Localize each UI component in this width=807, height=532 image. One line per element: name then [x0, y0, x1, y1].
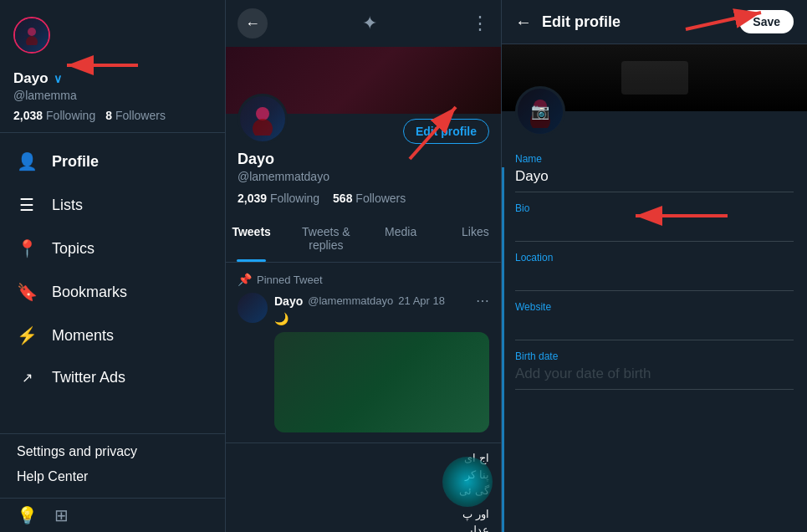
website-field: Website [515, 294, 794, 340]
sidebar-name[interactable]: Dayo ∨ [13, 70, 212, 87]
birth-date-label: Birth date [515, 350, 794, 362]
profile-picture[interactable] [238, 94, 288, 144]
profile-section: Edit profile Dayo @lamemmatdayo 2,039 Fo… [226, 114, 501, 215]
pinned-label: 📌 Pinned Tweet [238, 273, 489, 286]
svg-point-3 [253, 119, 273, 136]
sidebar-header [0, 7, 225, 64]
name-label: Name [515, 153, 794, 165]
sidebar-footer: Settings and privacy Help Center [0, 433, 225, 498]
camera-icon: 📷 [518, 89, 563, 134]
bio-label: Bio [515, 202, 794, 214]
edit-panel-accent-bar [502, 167, 504, 532]
list-icon: ☰ [17, 195, 37, 215]
sidebar-item-moments[interactable]: ⚡ Moments [0, 314, 225, 357]
svg-point-0 [28, 28, 36, 36]
profile-pic-area: Edit profile [238, 94, 489, 144]
sidebar-item-profile[interactable]: 👤 Profile [0, 140, 225, 183]
tab-likes[interactable]: Likes [438, 215, 502, 262]
profile-stats: 2,039 Following 568 Followers [238, 192, 489, 205]
bookmark-icon: 🔖 [17, 282, 37, 302]
location-field: Location [515, 245, 794, 291]
bio-input[interactable] [515, 217, 794, 234]
profile-handle: @lamemmatdayo [238, 170, 489, 183]
sparkle-icon: ✦ [362, 13, 377, 34]
sidebar-user-info: Dayo ∨ @lamemma [0, 64, 225, 105]
edit-avatar-section: 📷 [502, 111, 807, 146]
pin-icon: 📍 [17, 238, 37, 258]
edit-profile-title: Edit profile [542, 13, 621, 31]
lightning-icon: ⚡ [17, 325, 37, 345]
avatar[interactable] [13, 17, 50, 54]
website-label: Website [515, 301, 794, 313]
edit-profile-header: ← Edit profile Save [502, 0, 807, 44]
svg-point-1 [26, 36, 38, 45]
teal-circle-decoration [442, 457, 493, 507]
bio-field: Bio [515, 196, 794, 242]
profile-name: Dayo [238, 151, 489, 168]
birth-date-field: Birth date Add your date of birth [515, 344, 794, 390]
tab-tweets[interactable]: Tweets [226, 215, 289, 262]
tweet-image [274, 332, 489, 432]
settings-privacy-link[interactable]: Settings and privacy [17, 444, 208, 459]
back-button[interactable]: ← [238, 8, 268, 38]
sidebar-item-topics[interactable]: 📍 Topics [0, 227, 225, 270]
more-options-icon[interactable]: ⋮ [471, 13, 489, 34]
save-button[interactable]: Save [739, 10, 794, 33]
edit-avatar-area: 📷 [515, 86, 794, 136]
sidebar-item-lists[interactable]: ☰ Lists [0, 183, 225, 227]
chevron-down-icon: ∨ [54, 72, 62, 85]
edit-avatar[interactable]: 📷 [515, 86, 565, 136]
sidebar-stats: 2,038 Following 8 Followers [0, 105, 225, 132]
name-field: Name [515, 146, 794, 192]
edit-fields: Name Bio Location Website Birth date Add… [502, 146, 807, 532]
middle-top-bar: ← ✦ ⋮ [226, 0, 501, 47]
edit-header-left: ← Edit profile [515, 13, 621, 32]
website-input[interactable] [515, 316, 794, 333]
pinned-tweet: 📌 Pinned Tweet Dayo @lamemmatdayo 21 Apr… [226, 263, 501, 443]
location-label: Location [515, 252, 794, 263]
pin-icon: 📌 [238, 273, 252, 286]
sidebar-bottom-bar: 💡 ⊞ [0, 498, 225, 532]
edit-profile-panel: ← Edit profile Save 📷 Name [502, 0, 807, 532]
sidebar-item-twitter-ads[interactable]: ↗ Twitter Ads [0, 357, 225, 398]
tab-media[interactable]: Media [364, 215, 438, 262]
birth-date-placeholder[interactable]: Add your date of birth [515, 366, 794, 382]
external-link-icon: ↗ [17, 370, 37, 386]
tweet-header: Dayo @lamemmatdayo 21 Apr 18 ⋯ [274, 293, 489, 309]
middle-panel: ← ✦ ⋮ Edit profile Dayo @lamemmatdayo 2,… [226, 0, 502, 532]
tweet-avatar [238, 293, 268, 323]
svg-point-2 [256, 107, 269, 120]
tweet-content: Dayo @lamemmatdayo 21 Apr 18 ⋯ 🌙 [274, 293, 489, 432]
tweet-body: 🌙 [274, 312, 489, 325]
sidebar-handle: @lamemma [13, 89, 212, 102]
sidebar-item-bookmarks[interactable]: 🔖 Bookmarks [0, 270, 225, 314]
profile-tabs: Tweets Tweets & replies Media Likes [226, 215, 502, 263]
tweet-more-icon[interactable]: ⋯ [476, 293, 489, 309]
qr-code-icon[interactable]: ⊞ [54, 505, 69, 525]
edit-profile-button[interactable]: Edit profile [403, 119, 489, 144]
sidebar-nav: 👤 Profile ☰ Lists 📍 Topics 🔖 Bookmarks ⚡… [0, 133, 225, 433]
location-input[interactable] [515, 267, 794, 284]
left-sidebar: Dayo ∨ @lamemma 2,038 Following 8 Follow… [0, 0, 226, 532]
lightbulb-icon[interactable]: 💡 [17, 505, 38, 525]
help-center-link[interactable]: Help Center [17, 469, 208, 484]
person-icon: 👤 [17, 151, 37, 171]
back-icon[interactable]: ← [515, 13, 532, 32]
name-input[interactable] [515, 168, 794, 185]
tab-tweets-replies[interactable]: Tweets & replies [289, 215, 363, 262]
tweet-row: Dayo @lamemmatdayo 21 Apr 18 ⋯ 🌙 [238, 293, 489, 432]
